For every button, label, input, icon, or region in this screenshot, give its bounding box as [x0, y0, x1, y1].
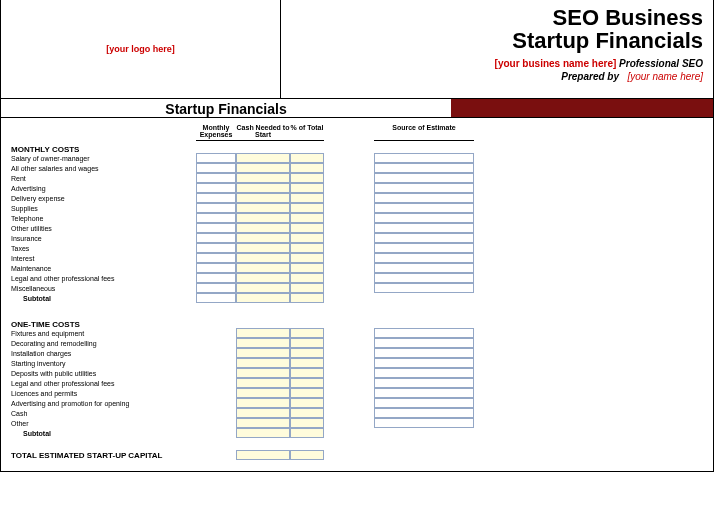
cell-cash[interactable] — [236, 193, 290, 203]
cell-monthly[interactable] — [196, 273, 236, 283]
cell-source[interactable] — [374, 418, 474, 428]
cell-source[interactable] — [374, 173, 474, 183]
cell-cash[interactable] — [236, 378, 290, 388]
cell-cash[interactable] — [236, 203, 290, 213]
cell-pct[interactable] — [290, 193, 324, 203]
cell-pct[interactable] — [290, 183, 324, 193]
cell-source[interactable] — [374, 348, 474, 358]
cell-pct[interactable] — [290, 348, 324, 358]
cell-cash[interactable] — [236, 398, 290, 408]
cell-source[interactable] — [374, 213, 474, 223]
cell-monthly[interactable] — [196, 263, 236, 273]
row-label: Legal and other professional fees — [11, 379, 196, 389]
row-label: Installation charges — [11, 349, 196, 359]
cell-cash[interactable] — [236, 348, 290, 358]
cell-pct[interactable] — [290, 173, 324, 183]
cell-pct[interactable] — [290, 398, 324, 408]
cell-cash[interactable] — [236, 223, 290, 233]
cell-source[interactable] — [374, 358, 474, 368]
cell-pct[interactable] — [290, 378, 324, 388]
cell-monthly[interactable] — [196, 293, 236, 303]
cell-cash[interactable] — [236, 408, 290, 418]
cell-source[interactable] — [374, 263, 474, 273]
cell-source[interactable] — [374, 243, 474, 253]
cell-cash[interactable] — [236, 233, 290, 243]
cell-source[interactable] — [374, 408, 474, 418]
cell-monthly[interactable] — [196, 283, 236, 293]
row-label: Insurance — [11, 234, 196, 244]
cell-monthly[interactable] — [196, 203, 236, 213]
cell-cash[interactable] — [236, 183, 290, 193]
prepared-by-line: Prepared by [your name here] — [281, 71, 703, 82]
cell-cash[interactable] — [236, 173, 290, 183]
cell-pct[interactable] — [290, 163, 324, 173]
cell-pct[interactable] — [290, 233, 324, 243]
cell-monthly[interactable] — [196, 183, 236, 193]
cell-cash[interactable] — [236, 253, 290, 263]
cell-pct[interactable] — [290, 253, 324, 263]
cell-cash[interactable] — [236, 293, 290, 303]
cell-monthly[interactable] — [196, 163, 236, 173]
cell-cash[interactable] — [236, 243, 290, 253]
table-row: Licences and permits — [11, 389, 703, 399]
cell-monthly[interactable] — [196, 213, 236, 223]
cell-source[interactable] — [374, 253, 474, 263]
cell-source[interactable] — [374, 368, 474, 378]
cell-pct[interactable] — [290, 358, 324, 368]
cell-cash[interactable] — [236, 418, 290, 428]
cell-pct[interactable] — [290, 273, 324, 283]
cell-source[interactable] — [374, 338, 474, 348]
cell-source[interactable] — [374, 328, 474, 338]
table-row: Starting inventory — [11, 359, 703, 369]
cell-pct[interactable] — [290, 338, 324, 348]
cell-cash[interactable] — [236, 263, 290, 273]
cell-source[interactable] — [374, 223, 474, 233]
cell-pct[interactable] — [290, 450, 324, 460]
cell-cash[interactable] — [236, 388, 290, 398]
cell-source[interactable] — [374, 378, 474, 388]
cell-pct[interactable] — [290, 388, 324, 398]
cell-source[interactable] — [374, 193, 474, 203]
cell-cash[interactable] — [236, 450, 290, 460]
cell-monthly[interactable] — [196, 233, 236, 243]
cell-monthly[interactable] — [196, 243, 236, 253]
cell-source[interactable] — [374, 153, 474, 163]
cell-pct[interactable] — [290, 293, 324, 303]
row-label: Other utilities — [11, 224, 196, 234]
cell-cash[interactable] — [236, 153, 290, 163]
cell-pct[interactable] — [290, 283, 324, 293]
cell-pct[interactable] — [290, 203, 324, 213]
cell-monthly[interactable] — [196, 153, 236, 163]
cell-pct[interactable] — [290, 213, 324, 223]
cell-monthly[interactable] — [196, 223, 236, 233]
cell-cash[interactable] — [236, 338, 290, 348]
cell-pct[interactable] — [290, 418, 324, 428]
cell-source[interactable] — [374, 183, 474, 193]
cell-monthly[interactable] — [196, 193, 236, 203]
cell-source[interactable] — [374, 233, 474, 243]
cell-pct[interactable] — [290, 328, 324, 338]
cell-cash[interactable] — [236, 283, 290, 293]
cell-source[interactable] — [374, 388, 474, 398]
cell-source[interactable] — [374, 203, 474, 213]
cell-cash[interactable] — [236, 368, 290, 378]
cell-cash[interactable] — [236, 328, 290, 338]
cell-monthly[interactable] — [196, 173, 236, 183]
cell-pct[interactable] — [290, 263, 324, 273]
cell-pct[interactable] — [290, 408, 324, 418]
cell-source[interactable] — [374, 163, 474, 173]
cell-source[interactable] — [374, 398, 474, 408]
cell-cash[interactable] — [236, 358, 290, 368]
cell-source[interactable] — [374, 283, 474, 293]
cell-pct[interactable] — [290, 153, 324, 163]
cell-pct[interactable] — [290, 428, 324, 438]
cell-pct[interactable] — [290, 368, 324, 378]
cell-cash[interactable] — [236, 273, 290, 283]
cell-cash[interactable] — [236, 428, 290, 438]
cell-pct[interactable] — [290, 243, 324, 253]
cell-monthly[interactable] — [196, 253, 236, 263]
cell-source[interactable] — [374, 273, 474, 283]
cell-pct[interactable] — [290, 223, 324, 233]
cell-cash[interactable] — [236, 163, 290, 173]
cell-cash[interactable] — [236, 213, 290, 223]
